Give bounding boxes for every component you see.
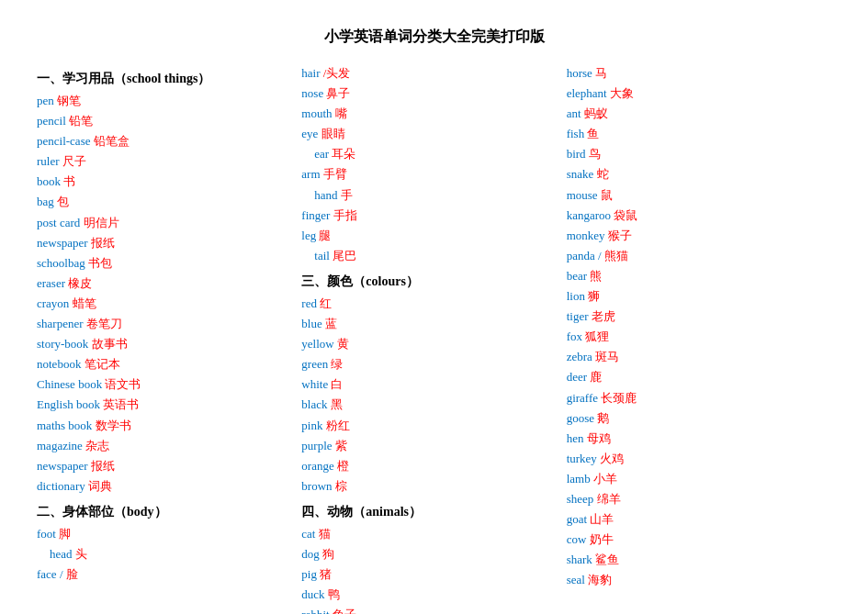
- word-entry: hair /头发: [301, 63, 557, 84]
- column-3: horse 马elephant 大象ant 蚂蚁fish 鱼bird 鸟snak…: [567, 63, 831, 614]
- word-chinese: 鹿: [590, 370, 602, 384]
- word-entry: deer 鹿: [567, 367, 822, 387]
- word-english: lion: [567, 289, 585, 303]
- word-chinese: 猴子: [608, 229, 632, 242]
- word-chinese: 嘴: [335, 106, 347, 120]
- word-chinese: 小羊: [593, 472, 617, 486]
- word-entry: leg 腿: [301, 226, 557, 246]
- word-chinese: 手: [341, 188, 353, 202]
- word-chinese: 紫: [335, 439, 347, 452]
- word-entry: kangaroo 袋鼠: [567, 206, 822, 226]
- word-english: zebra: [567, 350, 592, 363]
- word-english: kangaroo: [567, 208, 611, 222]
- word-english: monkey: [567, 229, 605, 242]
- word-chinese: 绿: [331, 357, 343, 371]
- word-entry: pink 粉红: [301, 416, 557, 436]
- word-english: tiger: [567, 309, 589, 323]
- word-english: pink: [301, 419, 322, 432]
- word-english: foot: [37, 527, 56, 541]
- word-chinese: 杂志: [85, 439, 109, 452]
- word-entry: bag 包: [37, 192, 292, 212]
- word-english: deer: [567, 370, 587, 384]
- word-chinese: 鼠: [601, 188, 613, 202]
- word-chinese: 兔子: [333, 608, 356, 614]
- word-chinese: 手臂: [323, 167, 347, 181]
- word-entry: lamb 小羊: [567, 469, 822, 489]
- word-chinese: 蚂蚁: [584, 106, 608, 120]
- word-english: arm: [301, 167, 320, 181]
- word-chinese: 粉红: [326, 419, 350, 432]
- word-chinese: 鱼: [587, 127, 599, 140]
- word-english: horse: [567, 66, 592, 80]
- word-chinese: 数学书: [96, 419, 131, 432]
- word-entry: ear 耳朵: [301, 144, 557, 164]
- word-entry: panda / 熊猫: [567, 246, 822, 266]
- word-english: crayon: [37, 296, 69, 310]
- word-chinese: 红: [320, 296, 332, 310]
- word-entry: brown 棕: [301, 476, 557, 497]
- word-english: sharpener: [37, 317, 84, 330]
- word-entry: mouse 鼠: [567, 185, 822, 206]
- page-title: 小学英语单词分类大全完美打印版: [37, 28, 831, 47]
- word-english: purple: [301, 439, 332, 452]
- word-entry: orange 橙: [301, 456, 557, 476]
- word-entry: hand 手: [301, 185, 557, 206]
- word-chinese: 明信片: [84, 216, 119, 229]
- word-chinese: 铅笔: [69, 114, 93, 128]
- word-english: post card: [37, 216, 80, 229]
- word-entry: dog 狗: [301, 544, 557, 564]
- word-chinese: 脚: [59, 527, 71, 541]
- word-english: dog: [301, 547, 320, 561]
- word-entry: finger 手指: [301, 206, 557, 226]
- word-english: leg: [301, 229, 316, 242]
- word-entry: pencil 铅笔: [37, 111, 292, 131]
- word-entry: face / 脸: [37, 564, 292, 585]
- word-chinese: 鼻子: [326, 86, 350, 100]
- word-entry: shark 鲨鱼: [567, 550, 822, 570]
- word-entry: goat 山羊: [567, 509, 822, 530]
- word-chinese: 狮: [588, 289, 600, 303]
- word-english: goose: [567, 411, 594, 425]
- word-entry: giraffe 长颈鹿: [567, 388, 822, 408]
- word-entry: post card 明信片: [37, 213, 292, 233]
- word-english: ruler: [37, 154, 60, 168]
- word-english: ear: [314, 147, 329, 161]
- word-chinese: 狗: [322, 547, 334, 561]
- word-chinese: 白: [331, 377, 343, 391]
- word-english: orange: [301, 459, 333, 473]
- word-english: ant: [567, 106, 581, 120]
- word-english: pen: [37, 94, 54, 107]
- word-entry: foot 脚: [37, 524, 292, 544]
- word-entry: rabbit 兔子: [301, 605, 557, 614]
- word-english: maths book: [37, 419, 92, 432]
- word-chinese: 母鸡: [587, 431, 611, 445]
- word-entry: story-book 故事书: [37, 334, 292, 354]
- word-english: bird: [567, 147, 586, 161]
- word-entry: mouth 嘴: [301, 104, 557, 124]
- word-english: goat: [567, 512, 587, 526]
- word-chinese: 手指: [333, 208, 357, 222]
- word-chinese: 大象: [610, 86, 634, 100]
- word-english: fish: [567, 127, 585, 140]
- word-english: schoolbag: [37, 256, 85, 270]
- word-entry: pig 猪: [301, 564, 557, 585]
- word-chinese: 橙: [337, 459, 349, 473]
- word-chinese: 狐狸: [585, 329, 609, 343]
- word-english: pig: [301, 567, 317, 581]
- word-english: shark: [567, 553, 592, 566]
- word-chinese: 黄: [337, 337, 349, 351]
- word-english: Chinese book: [37, 377, 102, 391]
- column-2: hair /头发nose 鼻子mouth 嘴eye 眼睛ear 耳朵arm 手臂…: [301, 63, 566, 614]
- word-entry: ant 蚂蚁: [567, 104, 822, 124]
- word-entry: hen 母鸡: [567, 429, 822, 449]
- section-header: 四、动物（animals）: [301, 504, 557, 520]
- word-chinese: 语文书: [105, 377, 141, 391]
- word-chinese: 眼睛: [321, 127, 345, 140]
- word-english: red: [301, 296, 317, 310]
- word-english: bear: [567, 269, 587, 283]
- word-chinese: 猪: [320, 567, 332, 581]
- word-english: cat: [301, 527, 315, 541]
- word-chinese: 尾巴: [333, 249, 356, 262]
- word-entry: green 绿: [301, 354, 557, 374]
- word-entry: sheep 绵羊: [567, 489, 822, 509]
